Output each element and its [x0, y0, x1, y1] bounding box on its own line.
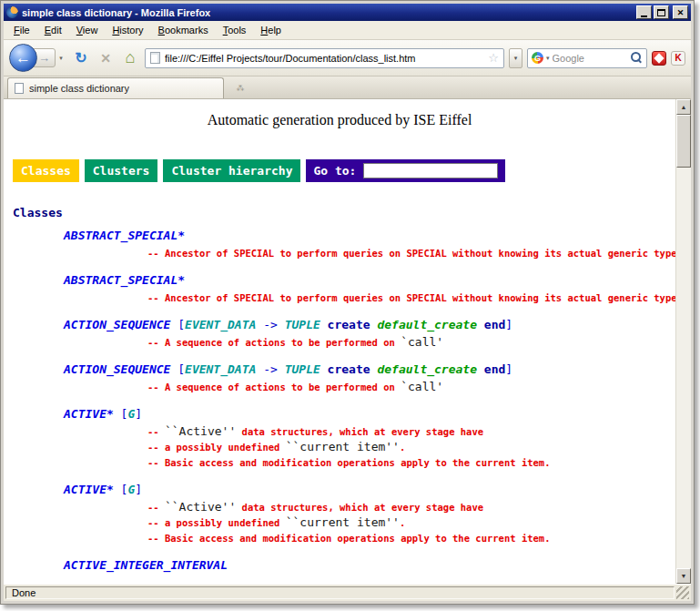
- class-link[interactable]: ABSTRACT_SPECIAL*: [64, 273, 675, 287]
- page-content: Automatic generation produced by ISE Eif…: [4, 99, 675, 584]
- menu-bar: FileEditViewHistoryBookmarksToolsHelp: [4, 21, 691, 40]
- minimize-button[interactable]: [636, 5, 652, 19]
- vertical-scrollbar: ▲ ▼: [675, 99, 691, 584]
- menu-edit[interactable]: Edit: [37, 22, 69, 38]
- class-entry: ACTIVE_INTEGER_INTERVAL: [4, 558, 675, 572]
- stop-icon: ✕: [100, 51, 111, 66]
- window-title: simple class dictionary - Mozilla Firefo…: [22, 7, 633, 18]
- class-link[interactable]: ABSTRACT_SPECIAL*: [64, 229, 675, 242]
- code-token: default_create: [377, 318, 477, 331]
- code-token: ->: [256, 362, 284, 376]
- antivirus-k-addon-icon[interactable]: K: [671, 51, 685, 66]
- comment-segment: -- a possibly undefined: [147, 442, 286, 453]
- comment-segment: .: [400, 442, 405, 453]
- comment-segment: --: [147, 426, 165, 437]
- comment-segment: -- a possibly undefined: [147, 517, 286, 528]
- forward-icon: →: [38, 51, 50, 65]
- scrollbar-thumb[interactable]: [676, 115, 691, 168]
- minimize-icon: [641, 15, 647, 17]
- back-button[interactable]: ←: [9, 44, 37, 72]
- class-entry: ACTIVE* [G]-- ``Active'' data structures…: [4, 407, 675, 470]
- comment-segment: ``Active'': [165, 500, 236, 514]
- comment-segment: -- A sequence of actions to be performed…: [147, 382, 401, 392]
- status-bar: Done: [4, 584, 691, 601]
- page-favicon: [150, 52, 160, 64]
- stop-button[interactable]: ✕: [96, 48, 116, 68]
- class-entry: ACTIVE* [G]-- ``Active'' data structures…: [4, 483, 675, 545]
- addon-glyph: [654, 53, 664, 63]
- code-token: ACTIVE*: [64, 407, 114, 421]
- comment-segment: -- A sequence of actions to be performed…: [147, 337, 401, 348]
- class-link[interactable]: ACTIVE_INTEGER_INTERVAL: [64, 558, 675, 572]
- code-token: ACTION_SEQUENCE: [64, 362, 170, 376]
- class-comment: -- Ancestor of SPECIAL to perform querie…: [147, 245, 675, 260]
- scroll-up-button[interactable]: ▲: [676, 99, 691, 115]
- page-header: Automatic generation produced by ISE Eif…: [4, 112, 675, 128]
- url-history-dropdown[interactable]: ▾: [509, 48, 522, 68]
- code-token: ABSTRACT_SPECIAL*: [64, 273, 185, 287]
- firefox-window: simple class dictionary - Mozilla Firefo…: [0, 0, 695, 605]
- search-icon[interactable]: [631, 52, 643, 64]
- code-token: ACTIVE*: [64, 483, 114, 496]
- url-text[interactable]: file:///C:/Eiffel Projects/tour/Document…: [165, 53, 483, 64]
- code-token: ]: [135, 483, 142, 496]
- goto-input[interactable]: [363, 163, 498, 178]
- code-token: default_create: [377, 362, 477, 376]
- menu-bookmarks[interactable]: Bookmarks: [151, 22, 216, 38]
- class-comment: -- A sequence of actions to be performed…: [147, 334, 675, 350]
- class-link[interactable]: ACTION_SEQUENCE [EVENT_DATA -> TUPLE cre…: [64, 362, 675, 376]
- class-link[interactable]: ACTION_SEQUENCE [EVENT_DATA -> TUPLE cre…: [64, 318, 675, 331]
- title-bar[interactable]: simple class dictionary - Mozilla Firefo…: [4, 4, 691, 21]
- scroll-down-button[interactable]: ▼: [676, 568, 691, 584]
- class-comment: -- ``Active'' data structures, which at …: [147, 423, 675, 439]
- refresh-button[interactable]: ↻: [71, 48, 91, 68]
- status-text: Done: [5, 586, 675, 599]
- resize-grip[interactable]: [676, 586, 689, 599]
- class-list: ABSTRACT_SPECIAL*-- Ancestor of SPECIAL …: [4, 229, 675, 572]
- section-title: Classes: [13, 206, 675, 219]
- comment-segment: -- Ancestor of SPECIAL to perform querie…: [147, 248, 675, 259]
- comment-segment: ``current item'': [286, 440, 400, 453]
- class-link[interactable]: ACTIVE* [G]: [64, 483, 675, 496]
- clusters-button[interactable]: Clusters: [85, 159, 158, 182]
- maximize-button[interactable]: [654, 5, 669, 19]
- code-token: ABSTRACT_SPECIAL*: [64, 229, 185, 242]
- code-token: create: [320, 318, 378, 331]
- chevron-down-icon: ▾: [59, 55, 63, 62]
- menu-history[interactable]: History: [105, 22, 150, 38]
- tab-bar: simple class dictionary ⁂: [4, 76, 691, 99]
- menu-file[interactable]: File: [6, 22, 37, 38]
- home-button[interactable]: ⌂: [120, 48, 140, 68]
- maximize-icon: [657, 9, 665, 16]
- back-icon: ←: [15, 49, 31, 67]
- search-input[interactable]: Google: [553, 53, 628, 64]
- navigation-toolbar: ← → ▾ ↻ ✕ ⌂ file:///C:/Eiffel Projects/t…: [4, 40, 691, 76]
- bookmark-star-icon[interactable]: ☆: [488, 51, 499, 65]
- history-dropdown-button[interactable]: ▾: [56, 48, 66, 67]
- search-bar[interactable]: G ▾ Google: [527, 48, 647, 68]
- close-button[interactable]: ✕: [673, 5, 688, 19]
- class-link[interactable]: ACTIVE* [G]: [64, 407, 675, 421]
- classes-button[interactable]: Classes: [13, 159, 79, 182]
- new-tab-button[interactable]: ⁂: [228, 79, 253, 97]
- code-token: [: [114, 483, 128, 496]
- code-token: ACTIVE_INTEGER_INTERVAL: [64, 558, 228, 572]
- code-token: ]: [505, 362, 512, 376]
- goto-label: Go to:: [313, 164, 356, 178]
- comment-segment: .: [400, 517, 405, 528]
- antivirus-addon-icon[interactable]: [652, 51, 666, 66]
- url-bar[interactable]: file:///C:/Eiffel Projects/tour/Document…: [145, 48, 504, 68]
- scrollbar-track[interactable]: [676, 115, 691, 568]
- class-comment: -- Basic access and modification operati…: [147, 454, 675, 470]
- menu-view[interactable]: View: [69, 22, 106, 38]
- menu-help[interactable]: Help: [253, 22, 289, 38]
- class-comment: -- a possibly undefined ``current item''…: [147, 439, 675, 454]
- cluster-hierarchy-button[interactable]: Cluster hierarchy: [163, 159, 300, 182]
- comment-segment: ``Active'': [165, 424, 236, 438]
- code-token: end: [477, 318, 505, 331]
- tab-simple-class-dictionary[interactable]: simple class dictionary: [7, 77, 224, 98]
- menu-tools[interactable]: Tools: [216, 22, 254, 38]
- class-comment: -- A sequence of actions to be performed…: [147, 379, 675, 394]
- search-engine-dropdown[interactable]: ▾: [546, 55, 550, 62]
- goto-box: Go to:: [306, 159, 505, 182]
